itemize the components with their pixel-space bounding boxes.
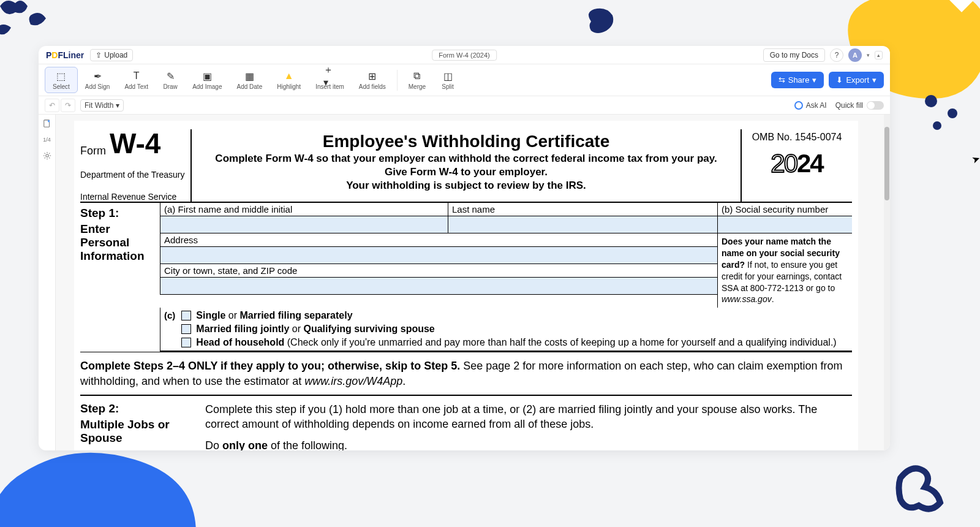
draw-tool[interactable]: ✎Draw xyxy=(156,67,185,93)
share-icon: ⇆ xyxy=(778,75,785,85)
omb-number: OMB No. 1545-0074 xyxy=(745,132,848,143)
image-icon: ▣ xyxy=(201,70,213,82)
chevron-down-icon: ▾ xyxy=(812,75,816,85)
svg-point-5 xyxy=(45,154,48,157)
calendar-icon: ▦ xyxy=(243,70,255,82)
checkbox-single[interactable] xyxy=(181,311,191,320)
download-icon: ⬇ xyxy=(836,75,843,85)
chevron-down-icon: ▾ xyxy=(872,75,876,85)
svg-point-1 xyxy=(948,108,957,118)
decorative-blob xyxy=(582,6,619,37)
address-label: Address xyxy=(160,233,717,246)
form-header: Form W-4 Department of the Treasury Inte… xyxy=(80,129,852,203)
toolbar-separator xyxy=(397,70,398,91)
page-thumbnail-icon[interactable] xyxy=(43,119,51,128)
export-button[interactable]: ⬇Export▾ xyxy=(829,72,884,88)
page-indicator: 1/4 xyxy=(43,137,51,143)
sign-icon: ✒ xyxy=(91,70,104,82)
document-title[interactable]: Form W-4 (2024) xyxy=(432,50,497,61)
upload-button[interactable]: ⇪ Upload xyxy=(90,49,133,61)
split-icon: ◫ xyxy=(442,70,454,82)
firstname-field[interactable] xyxy=(160,216,448,233)
pencil-icon: ✎ xyxy=(164,70,176,82)
checkbox-married-jointly[interactable] xyxy=(181,324,191,334)
decorative-blob xyxy=(0,0,61,49)
city-field[interactable] xyxy=(160,277,717,294)
checkbox-head-household[interactable] xyxy=(181,338,191,347)
content-area: 1/4 Form W-4 Department of the Treasury … xyxy=(39,115,890,450)
split-tool[interactable]: ◫Split xyxy=(433,67,462,93)
toggle-switch[interactable] xyxy=(867,101,884,110)
ssn-label: (b) Social security number xyxy=(718,203,852,216)
add-image-tool[interactable]: ▣Add Image xyxy=(185,67,229,93)
merge-icon: ⧉ xyxy=(411,70,423,82)
form-title: Employee's Withholding Certificate xyxy=(197,132,736,151)
menu-caret-icon[interactable]: ▴ xyxy=(875,51,883,59)
add-fields-tool[interactable]: ⊞Add fields xyxy=(352,67,393,93)
text-icon: T xyxy=(130,70,143,82)
ssn-field[interactable] xyxy=(718,216,852,233)
lastname-label: Last name xyxy=(448,203,717,216)
undo-button[interactable]: ↶ xyxy=(45,99,59,112)
goto-docs-button[interactable]: Go to my Docs xyxy=(763,48,825,62)
gear-icon[interactable] xyxy=(43,151,51,160)
pdf-editor-window: PDFLiner ⇪ Upload Form W-4 (2024) Go to … xyxy=(39,46,890,450)
logo: PDFLiner xyxy=(46,50,84,60)
step2-section: Step 2: Multiple Jobs or Spouse Complete… xyxy=(80,396,852,450)
cursor-icon: ⬚ xyxy=(55,70,67,82)
filing-status-section: (c) Single or Married filing separately … xyxy=(160,308,852,352)
main-toolbar: ⬚Select ✒Add Sign TAdd Text ✎Draw ▣Add I… xyxy=(39,64,890,96)
document-viewport[interactable]: Form W-4 Department of the Treasury Inte… xyxy=(56,115,890,450)
lastname-field[interactable] xyxy=(448,216,717,233)
share-button[interactable]: ⇆Share▾ xyxy=(771,72,824,88)
ssn-match-note: Does your name match the name on your so… xyxy=(722,236,848,305)
upload-icon: ⇪ xyxy=(96,51,102,59)
cursor-icon: ➤ xyxy=(970,152,980,165)
select-tool[interactable]: ⬚Select xyxy=(45,67,78,93)
city-label: City or town, state, and ZIP code xyxy=(160,264,717,277)
address-field[interactable] xyxy=(160,246,717,264)
help-button[interactable]: ? xyxy=(830,48,843,62)
scroll-thumb[interactable] xyxy=(884,127,889,200)
step1-section: Step 1: Enter Personal Information (a) F… xyxy=(80,203,852,352)
document-page: Form W-4 Department of the Treasury Inte… xyxy=(74,121,858,450)
svg-point-0 xyxy=(925,95,937,107)
add-sign-tool[interactable]: ✒Add Sign xyxy=(78,67,118,93)
svg-point-4 xyxy=(47,120,50,123)
svg-point-2 xyxy=(933,121,941,130)
highlight-icon: ▲ xyxy=(283,70,295,82)
secondary-toolbar: ↶ ↷ Fit Width▾ Ask AI Quick fill xyxy=(39,96,890,115)
left-sidebar: 1/4 xyxy=(39,115,56,450)
add-text-tool[interactable]: TAdd Text xyxy=(117,67,156,93)
highlight-tool[interactable]: ▲Highlight xyxy=(270,67,308,93)
redo-button[interactable]: ↷ xyxy=(61,99,75,112)
avatar[interactable]: A xyxy=(848,48,862,62)
fields-icon: ⊞ xyxy=(366,70,379,82)
firstname-label: (a) First name and middle initial xyxy=(160,203,448,216)
zoom-select[interactable]: Fit Width▾ xyxy=(80,99,124,112)
add-date-tool[interactable]: ▦Add Date xyxy=(230,67,270,93)
plus-icon: ＋▾ xyxy=(323,70,336,82)
upload-label: Upload xyxy=(104,51,127,59)
ask-ai-button[interactable]: Ask AI xyxy=(794,101,827,110)
chevron-down-icon: ▾ xyxy=(116,101,119,110)
insert-item-tool[interactable]: ＋▾Insert item xyxy=(308,67,352,93)
instruction-text: Complete Steps 2–4 ONLY if they apply to… xyxy=(80,352,852,396)
merge-tool[interactable]: ⧉Merge xyxy=(401,67,433,93)
decorative-blob xyxy=(919,92,968,165)
chevron-down-icon[interactable]: ▾ xyxy=(867,52,870,58)
ai-icon xyxy=(794,101,803,110)
vertical-scrollbar[interactable] xyxy=(884,115,890,450)
decorative-blob xyxy=(894,460,956,515)
header-bar: PDFLiner ⇪ Upload Form W-4 (2024) Go to … xyxy=(39,46,890,64)
quick-fill-toggle[interactable]: Quick fill xyxy=(835,101,884,110)
